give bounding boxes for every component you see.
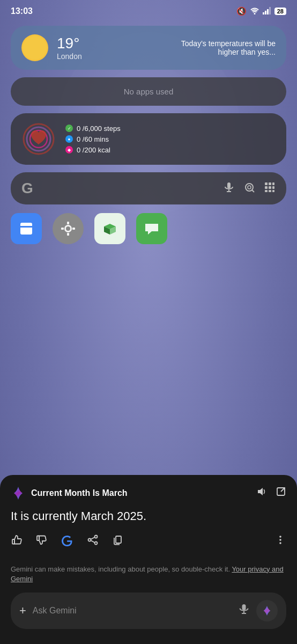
- svg-point-27: [66, 226, 70, 231]
- svg-point-45: [279, 542, 281, 544]
- weather-widget[interactable]: 19° London Today's temperatures will be …: [11, 26, 286, 70]
- gemini-submit-button[interactable]: [256, 600, 278, 621]
- gemini-query-title: Current Month Is March: [31, 488, 251, 498]
- gemini-action-buttons: [11, 534, 286, 556]
- app-icon-maps[interactable]: [94, 213, 125, 244]
- svg-rect-28: [67, 222, 69, 224]
- svg-point-11: [246, 184, 253, 191]
- no-apps-label: No apps used: [124, 87, 174, 96]
- weather-temp-city: 19° London: [57, 35, 82, 61]
- ask-gemini-input[interactable]: Ask Gemini: [33, 606, 232, 616]
- status-time: 13:03: [11, 6, 33, 16]
- lens-icon[interactable]: [243, 181, 255, 196]
- mins-dot: ●: [65, 135, 73, 143]
- svg-rect-19: [265, 190, 268, 192]
- copy-button[interactable]: [112, 534, 123, 548]
- wifi-icon: [250, 7, 259, 16]
- status-bar: 13:03 🔇 28: [0, 0, 297, 20]
- battery-indicator: 28: [274, 8, 286, 15]
- gemini-panel: Current Month Is March It is currently M…: [0, 475, 297, 644]
- svg-line-40: [91, 537, 94, 539]
- gemini-header: Current Month Is March: [11, 486, 286, 501]
- share-button[interactable]: [87, 534, 99, 548]
- mic-icon[interactable]: [223, 181, 235, 196]
- search-action-icons: [223, 181, 276, 196]
- svg-point-37: [95, 535, 98, 538]
- svg-rect-23: [20, 223, 32, 235]
- steps-dot: ✓: [65, 125, 73, 132]
- svg-rect-4: [269, 7, 271, 14]
- app-icon-settings[interactable]: [53, 213, 84, 244]
- open-external-icon[interactable]: [276, 486, 286, 500]
- thumbs-up-button[interactable]: [11, 534, 23, 548]
- svg-rect-16: [265, 186, 268, 189]
- app-icon-browser[interactable]: [11, 213, 42, 244]
- svg-point-39: [95, 541, 98, 544]
- svg-rect-21: [272, 190, 274, 192]
- google-search-bar[interactable]: G: [11, 172, 286, 204]
- svg-rect-24: [20, 226, 32, 228]
- svg-rect-1: [263, 12, 264, 14]
- fitness-widget[interactable]: ✓ 0 /6,000 steps ● 0 /60 mins ◆ 0 /200 k…: [11, 113, 286, 165]
- status-icons: 🔇 28: [236, 6, 286, 16]
- svg-rect-20: [269, 190, 271, 192]
- google-search-button[interactable]: [60, 534, 74, 548]
- thumbs-down-button[interactable]: [35, 534, 47, 548]
- fitness-heart-icon: [21, 122, 56, 156]
- fitness-steps: ✓ 0 /6,000 steps: [65, 125, 121, 133]
- signal-icon: [263, 7, 271, 16]
- svg-rect-3: [267, 9, 269, 14]
- input-mic-icon[interactable]: [238, 603, 250, 618]
- svg-rect-17: [269, 186, 271, 189]
- google-g-logo: G: [21, 180, 33, 197]
- svg-rect-42: [116, 536, 121, 543]
- weather-sun-icon: [21, 34, 48, 61]
- gemini-input-bar[interactable]: + Ask Gemini: [11, 592, 286, 629]
- fitness-stats: ✓ 0 /6,000 steps ● 0 /60 mins ◆ 0 /200 k…: [65, 125, 121, 154]
- svg-line-41: [91, 540, 94, 543]
- add-button[interactable]: +: [19, 604, 26, 618]
- svg-point-12: [248, 186, 251, 189]
- svg-rect-8: [227, 182, 231, 188]
- speaker-icon[interactable]: [256, 486, 267, 500]
- no-apps-widget: No apps used: [11, 77, 286, 106]
- gemini-response-text: It is currently March 2025.: [11, 508, 286, 524]
- svg-point-43: [279, 536, 281, 538]
- svg-rect-2: [265, 11, 266, 14]
- svg-rect-13: [265, 182, 268, 185]
- svg-point-44: [279, 539, 281, 541]
- more-options-button[interactable]: [274, 534, 286, 548]
- apps-icon[interactable]: [264, 181, 276, 196]
- svg-rect-29: [67, 233, 69, 236]
- gemini-header-action-icons: [256, 486, 286, 500]
- fitness-kcal: ◆ 0 /200 kcal: [65, 146, 121, 154]
- weather-city: London: [57, 52, 82, 61]
- kcal-dot: ◆: [65, 146, 73, 153]
- svg-rect-35: [12, 539, 14, 544]
- svg-rect-18: [272, 186, 274, 189]
- gemini-star-logo: [11, 486, 26, 501]
- svg-point-38: [88, 538, 91, 541]
- weather-description: Today's temperatures will be higher than…: [179, 39, 276, 56]
- svg-rect-36: [37, 536, 39, 540]
- app-icons-row: [0, 213, 297, 244]
- svg-rect-31: [72, 228, 75, 230]
- app-icon-messages[interactable]: [136, 213, 167, 244]
- svg-rect-46: [242, 604, 246, 610]
- fitness-mins: ● 0 /60 mins: [65, 135, 121, 143]
- svg-rect-15: [272, 182, 274, 185]
- mute-icon: 🔇: [236, 6, 247, 16]
- gemini-disclaimer: Gemini can make mistakes, including abou…: [11, 565, 286, 584]
- svg-rect-14: [269, 182, 271, 185]
- svg-rect-30: [61, 228, 64, 230]
- weather-temperature: 19°: [57, 35, 82, 52]
- widgets-area: 19° London Today's temperatures will be …: [0, 20, 297, 210]
- svg-point-0: [254, 13, 255, 14]
